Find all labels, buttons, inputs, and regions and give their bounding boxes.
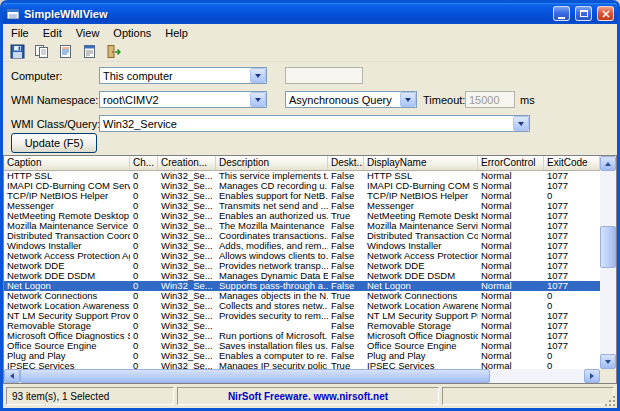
menu-item-view[interactable]: View xyxy=(69,25,107,41)
table-row[interactable]: TCP/IP NetBIOS Helper0Win32_Se...Enables… xyxy=(4,191,600,201)
table-row[interactable]: Mozilla Maintenance Service0Win32_Se...T… xyxy=(4,221,600,231)
table-cell: False xyxy=(328,171,364,181)
title-bar[interactable]: SimpleWMIView xyxy=(3,3,617,24)
table-row[interactable]: HTTP SSL0Win32_Se...This service impleme… xyxy=(4,171,600,181)
table-cell: 0 xyxy=(130,241,158,251)
table-row[interactable]: IMAPI CD-Burning COM Service0Win32_Se...… xyxy=(4,181,600,191)
table-cell: 0 xyxy=(544,351,600,361)
column-header-description[interactable]: Description xyxy=(216,156,328,170)
table-row[interactable]: Network DDE0Win32_Se...Provides network … xyxy=(4,261,600,271)
scroll-right-button[interactable] xyxy=(584,369,600,383)
chevron-down-icon[interactable] xyxy=(250,68,266,83)
table-cell: Allows windows clients to... xyxy=(216,251,328,261)
table-row[interactable]: Office Source Engine0Win32_Se...Saves in… xyxy=(4,341,600,351)
arrow-left-icon xyxy=(10,373,14,379)
menu-item-edit[interactable]: Edit xyxy=(36,25,69,41)
save-icon[interactable] xyxy=(6,43,28,61)
table-row[interactable]: Windows Installer0Win32_Se...Adds, modif… xyxy=(4,241,600,251)
table-row[interactable]: Network Location Awareness ...0Win32_Se.… xyxy=(4,301,600,311)
copy-icon[interactable] xyxy=(30,43,52,61)
table-cell: Network DDE DSDM xyxy=(364,271,478,281)
table-cell: Win32_Se... xyxy=(158,241,216,251)
table-cell: Normal xyxy=(478,341,544,351)
column-header-errorcontrol[interactable]: ErrorControl xyxy=(478,156,544,170)
table-row[interactable]: Messenger0Win32_Se...Transmits net send … xyxy=(4,201,600,211)
table-cell: 0 xyxy=(130,171,158,181)
horizontal-scroll-thumb[interactable] xyxy=(20,369,490,383)
table-cell: Removable Storage xyxy=(364,321,478,331)
horizontal-scrollbar[interactable] xyxy=(4,369,600,383)
column-header-ch[interactable]: Ch... xyxy=(130,156,158,170)
table-cell: Microsoft Office Diagnostics... xyxy=(364,331,478,341)
computer-combobox[interactable]: This computer xyxy=(99,67,267,84)
scroll-up-button[interactable] xyxy=(600,156,616,171)
minimize-button[interactable] xyxy=(553,6,570,21)
table-cell: 1077 xyxy=(544,331,600,341)
menu-item-options[interactable]: Options xyxy=(106,25,158,41)
arrow-right-icon xyxy=(590,373,594,379)
menu-item-help[interactable]: Help xyxy=(158,25,195,41)
table-row[interactable]: Network Access Protection Ag...0Win32_Se… xyxy=(4,251,600,261)
table-cell xyxy=(216,321,328,331)
table-cell: Normal xyxy=(478,251,544,261)
query-mode-combobox[interactable]: Asynchronous Query xyxy=(285,91,417,108)
table-cell: Saves installation files us... xyxy=(216,341,328,351)
table-row[interactable]: IPSEC Services0Win32_Se...Manages IP sec… xyxy=(4,361,600,369)
table-cell: False xyxy=(328,251,364,261)
table-cell: Network Location Awarenes... xyxy=(364,301,478,311)
column-header-caption[interactable]: Caption xyxy=(4,156,130,170)
table-cell: Enables support for NetB... xyxy=(216,191,328,201)
html-report-icon[interactable] xyxy=(54,43,76,61)
table-cell: 0 xyxy=(130,211,158,221)
computer-value: This computer xyxy=(100,68,250,83)
vertical-scroll-track[interactable] xyxy=(600,171,616,354)
table-row[interactable]: Plug and Play0Win32_Se...Enables a compu… xyxy=(4,351,600,361)
exit-icon[interactable] xyxy=(102,43,124,61)
table-cell: Normal xyxy=(478,271,544,281)
update-button[interactable]: Update (F5) xyxy=(11,133,97,153)
table-cell: Win32_Se... xyxy=(158,281,216,291)
table-row[interactable]: Net Logon0Win32_Se...Supports pass-throu… xyxy=(4,281,600,291)
table-cell: False xyxy=(328,231,364,241)
maximize-button[interactable] xyxy=(575,6,592,21)
table-cell: 0 xyxy=(544,191,600,201)
table-row[interactable]: NetMeeting Remote Desktop ...0Win32_Se..… xyxy=(4,211,600,221)
vertical-scroll-thumb[interactable] xyxy=(600,226,616,268)
table-row[interactable]: Removable Storage0Win32_Se...FalseRemova… xyxy=(4,321,600,331)
table-cell: 1077 xyxy=(544,251,600,261)
scroll-down-button[interactable] xyxy=(600,354,616,369)
nirsoft-link[interactable]: NirSoft Freeware. www.nirsoft.net xyxy=(228,391,388,402)
table-cell: Normal xyxy=(478,201,544,211)
table-cell: Messenger xyxy=(364,201,478,211)
app-window: SimpleWMIView FileEditViewOptionsHelp Co… xyxy=(0,0,620,411)
chevron-down-icon[interactable] xyxy=(250,92,266,107)
table-cell: Messenger xyxy=(4,201,130,211)
arrow-down-icon xyxy=(605,360,611,364)
table-cell: 0 xyxy=(130,221,158,231)
column-header-creation[interactable]: Creation... xyxy=(158,156,216,170)
vertical-scrollbar[interactable] xyxy=(600,156,616,369)
toolbar xyxy=(3,42,617,62)
chevron-down-icon[interactable] xyxy=(400,92,416,107)
table-cell: False xyxy=(328,301,364,311)
horizontal-scroll-track[interactable] xyxy=(20,369,584,383)
table-cell: 0 xyxy=(130,231,158,241)
close-button[interactable] xyxy=(597,6,614,21)
properties-icon[interactable] xyxy=(78,43,100,61)
column-header-deskt[interactable]: Deskt... xyxy=(328,156,364,170)
table-cell: Coordinates transactions... xyxy=(216,231,328,241)
scroll-left-button[interactable] xyxy=(4,369,20,383)
column-header-exitcode[interactable]: ExitCode xyxy=(544,156,600,170)
resize-grip[interactable] xyxy=(613,404,615,406)
table-cell: 1077 xyxy=(544,311,600,321)
table-row[interactable]: Network DDE DSDM0Win32_Se...Manages Dyna… xyxy=(4,271,600,281)
table-row[interactable]: Microsoft Office Diagnostics S...0Win32_… xyxy=(4,331,600,341)
column-header-displayname[interactable]: DisplayName xyxy=(364,156,478,170)
chevron-down-icon[interactable] xyxy=(513,116,529,131)
table-row[interactable]: NT LM Security Support Provider0Win32_Se… xyxy=(4,311,600,321)
table-row[interactable]: Distributed Transaction Coord...0Win32_S… xyxy=(4,231,600,241)
table-row[interactable]: Network Connections0Win32_Se...Manages o… xyxy=(4,291,600,301)
menu-item-file[interactable]: File xyxy=(4,25,36,41)
namespace-combobox[interactable]: root\CIMV2 xyxy=(99,91,267,108)
class-query-combobox[interactable]: Win32_Service xyxy=(99,115,530,132)
